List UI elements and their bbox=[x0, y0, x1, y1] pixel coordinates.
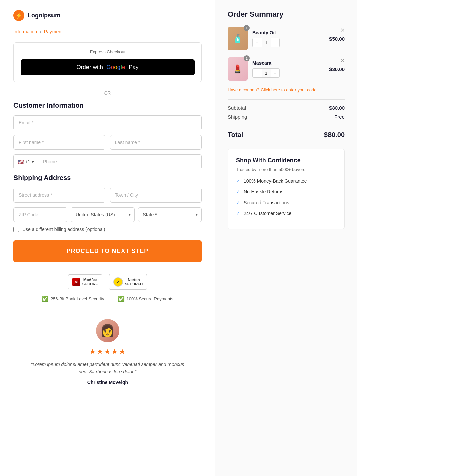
remove-button-1[interactable]: ✕ bbox=[340, 27, 345, 33]
testimonial-author: Christine McVeigh bbox=[13, 380, 202, 385]
proceed-button[interactable]: PROCEED TO NEXT STEP bbox=[13, 240, 202, 262]
email-input[interactable] bbox=[13, 115, 202, 130]
product-item-mascara: 💄 1 Mascara − 1 + $30.00 ✕ bbox=[228, 57, 345, 81]
qty-control-1: − 1 + bbox=[252, 38, 280, 47]
logo-text: Logoipsum bbox=[28, 12, 60, 19]
name-row bbox=[13, 135, 202, 150]
first-name-input[interactable] bbox=[13, 135, 105, 150]
product-image-wrap-1: 🧴 1 bbox=[228, 27, 248, 50]
customer-info-heading: Customer Information bbox=[13, 102, 202, 109]
subtotal-row: Subtotal $80.00 bbox=[228, 105, 345, 111]
breadcrumb-payment: Payment bbox=[44, 29, 63, 34]
product-info-2: Mascara − 1 + bbox=[252, 60, 324, 78]
product-badge-2: 1 bbox=[244, 55, 250, 61]
order-summary-title: Order Summary bbox=[228, 10, 345, 19]
confidence-label-1: 100% Money-Back Guarantee bbox=[244, 178, 307, 184]
product-info-1: Beauty Oil − 1 + bbox=[252, 30, 324, 47]
mcafee-icon: M bbox=[72, 278, 80, 286]
shipping-heading: Shipping Address bbox=[13, 174, 202, 182]
avatar: 👩 bbox=[96, 319, 119, 342]
phone-flag-selector[interactable]: 🇺🇸 +1 ▾ bbox=[14, 155, 38, 169]
product-price-2: $30.00 bbox=[329, 66, 345, 72]
email-field-wrap bbox=[13, 115, 202, 130]
product-price-1: $50.00 bbox=[329, 36, 345, 42]
badge-row: M McAfeeSECURE ✓ NortonSECURED bbox=[13, 274, 202, 290]
gpay-g-icon: Google bbox=[107, 64, 125, 71]
confidence-label-3: Secured Transactions bbox=[244, 200, 289, 205]
zip-input[interactable] bbox=[13, 207, 67, 222]
state-select[interactable]: State * Alabama Alaska California New Yo… bbox=[138, 207, 202, 222]
security-item-2: ✅ 100% Secure Payments bbox=[118, 296, 173, 302]
phone-code: +1 bbox=[25, 159, 30, 164]
street-city-row bbox=[13, 188, 202, 203]
street-input[interactable] bbox=[13, 188, 105, 203]
coupon-link[interactable]: Have a coupon? Click here to enter your … bbox=[228, 87, 345, 93]
express-checkout-label: Express Checkout bbox=[21, 49, 195, 54]
city-field-wrap bbox=[110, 188, 202, 203]
product-image-wrap-2: 💄 1 bbox=[228, 57, 248, 81]
confidence-label-2: No-Hassle Returns bbox=[244, 189, 283, 194]
check-icon-1: ✅ bbox=[42, 296, 48, 302]
confidence-item-3: ✓ Secured Transactions bbox=[236, 199, 336, 206]
star-rating: ★★★★★ bbox=[13, 347, 202, 356]
billing-checkbox[interactable] bbox=[13, 227, 19, 232]
mcafee-text: McAfeeSECURE bbox=[82, 278, 98, 286]
check-icon-2: ✅ bbox=[118, 296, 125, 302]
country-select[interactable]: United States (US) Canada United Kingdom bbox=[71, 207, 135, 222]
breadcrumb-information[interactable]: Information bbox=[13, 29, 37, 34]
product-item-beauty-oil: 🧴 1 Beauty Oil − 1 + $50.00 ✕ bbox=[228, 27, 345, 50]
check-blue-icon-2: ✓ bbox=[236, 189, 240, 195]
security-section: M McAfeeSECURE ✓ NortonSECURED ✅ 256-Bit… bbox=[13, 274, 202, 302]
city-input[interactable] bbox=[110, 188, 202, 203]
gpay-button[interactable]: Order with Google Pay bbox=[21, 59, 195, 75]
gpay-button-text: Order with bbox=[76, 64, 104, 71]
qty-control-2: − 1 + bbox=[252, 68, 280, 78]
confidence-label-4: 24/7 Customer Service bbox=[244, 211, 291, 216]
or-divider: OR bbox=[13, 90, 202, 96]
remove-button-2[interactable]: ✕ bbox=[340, 57, 345, 64]
logo: ⚡ Logoipsum bbox=[13, 10, 202, 21]
street-field-wrap bbox=[13, 188, 105, 203]
security-items: ✅ 256-Bit Bank Level Security ✅ 100% Sec… bbox=[13, 296, 202, 302]
confidence-item-2: ✓ No-Hassle Returns bbox=[236, 189, 336, 195]
product-name-1: Beauty Oil bbox=[252, 30, 324, 35]
phone-input[interactable] bbox=[38, 155, 201, 169]
state-field-wrap: State * Alabama Alaska California New Yo… bbox=[138, 207, 202, 222]
security-label-1: 256-Bit Bank Level Security bbox=[50, 296, 104, 301]
flag-emoji: 🇺🇸 bbox=[18, 159, 24, 164]
gpay-pay-text: Pay bbox=[127, 64, 139, 71]
confidence-subtitle: Trusted by more than 5000+ buyers bbox=[236, 167, 336, 172]
shipping-label: Shipping bbox=[228, 114, 247, 120]
shipping-value: Free bbox=[334, 114, 345, 120]
security-label-2: 100% Secure Payments bbox=[127, 296, 173, 301]
phone-row: 🇺🇸 +1 ▾ bbox=[13, 154, 202, 169]
email-group bbox=[13, 115, 202, 130]
shipping-address-section: Shipping Address United States (US) Cana… bbox=[13, 174, 202, 232]
confidence-item-4: ✓ 24/7 Customer Service bbox=[236, 210, 336, 216]
breadcrumb: Information › Payment bbox=[13, 29, 202, 34]
qty-increase-1[interactable]: + bbox=[271, 38, 279, 47]
check-blue-icon-3: ✓ bbox=[236, 199, 240, 206]
phone-chevron-icon: ▾ bbox=[32, 159, 34, 164]
last-name-input[interactable] bbox=[110, 135, 202, 150]
order-divider bbox=[228, 99, 345, 100]
confidence-card: Shop With Confidence Trusted by more tha… bbox=[228, 149, 345, 229]
qty-decrease-2[interactable]: − bbox=[253, 69, 262, 77]
testimonial-text: "Lorem ipsum dolor si amet parturient nu… bbox=[30, 361, 185, 376]
customer-information-section: Customer Information 🇺🇸 +1 ▾ bbox=[13, 102, 202, 169]
confidence-item-1: ✓ 100% Money-Back Guarantee bbox=[236, 178, 336, 184]
mcafee-badge: M McAfeeSECURE bbox=[68, 274, 102, 289]
order-divider-2 bbox=[228, 125, 345, 125]
total-row: Total $80.00 bbox=[228, 131, 345, 139]
zip-country-state-row: United States (US) Canada United Kingdom… bbox=[13, 207, 202, 222]
total-value: $80.00 bbox=[324, 131, 345, 139]
qty-decrease-1[interactable]: − bbox=[253, 38, 262, 47]
last-name-field-wrap bbox=[110, 135, 202, 150]
product-image-beauty-oil: 🧴 bbox=[228, 27, 248, 50]
right-panel: Order Summary 🧴 1 Beauty Oil − 1 + $50.0… bbox=[215, 0, 357, 476]
testimonial-section: 👩 ★★★★★ "Lorem ipsum dolor si amet partu… bbox=[13, 312, 202, 392]
qty-increase-2[interactable]: + bbox=[271, 69, 279, 77]
billing-checkbox-row: Use a different billing address (optiona… bbox=[13, 227, 202, 232]
product-badge-1: 1 bbox=[244, 25, 250, 31]
billing-label[interactable]: Use a different billing address (optiona… bbox=[22, 227, 105, 232]
